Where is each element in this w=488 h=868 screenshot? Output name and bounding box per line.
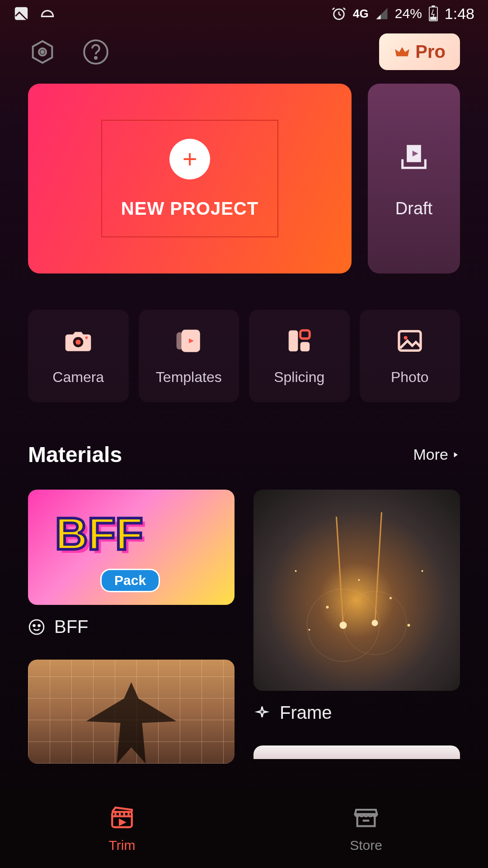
battery-pct-label: 24% bbox=[395, 6, 422, 21]
svg-point-16 bbox=[76, 340, 81, 344]
bff-pack-badge: Pack bbox=[100, 569, 160, 592]
nav-trim-label: Trim bbox=[109, 838, 136, 853]
new-project-frame: + NEW PROJECT bbox=[101, 120, 278, 237]
dome-icon bbox=[39, 5, 56, 22]
store-icon bbox=[353, 804, 379, 830]
camera-icon bbox=[63, 326, 94, 355]
material-thumbnail bbox=[253, 490, 460, 691]
photo-tile[interactable]: Photo bbox=[360, 310, 460, 402]
alarm-icon bbox=[331, 6, 347, 21]
svg-point-39 bbox=[340, 622, 347, 629]
material-item-grid[interactable] bbox=[28, 660, 235, 764]
settings-icon[interactable] bbox=[28, 38, 57, 66]
trim-icon bbox=[109, 804, 135, 830]
svg-point-35 bbox=[408, 624, 410, 627]
splicing-tile[interactable]: Splicing bbox=[249, 310, 350, 402]
help-icon[interactable] bbox=[81, 38, 110, 66]
svg-point-32 bbox=[326, 606, 329, 609]
photo-icon bbox=[395, 326, 424, 355]
material-caption-label: BFF bbox=[54, 617, 89, 637]
picture-icon bbox=[14, 6, 29, 21]
material-thumbnail: BFF Pack bbox=[28, 490, 235, 605]
battery-icon bbox=[428, 5, 438, 22]
svg-point-27 bbox=[38, 624, 40, 626]
more-label: More bbox=[413, 446, 448, 463]
svg-line-3 bbox=[339, 14, 341, 15]
templates-icon bbox=[174, 326, 204, 355]
templates-label: Templates bbox=[156, 369, 222, 386]
more-link[interactable]: More bbox=[413, 446, 460, 463]
material-item-peek[interactable] bbox=[253, 745, 460, 759]
status-bar: 4G 24% 1:48 bbox=[0, 0, 488, 27]
svg-point-26 bbox=[33, 624, 35, 626]
svg-point-37 bbox=[295, 570, 297, 572]
svg-rect-7 bbox=[432, 5, 435, 7]
network-label: 4G bbox=[353, 7, 369, 21]
materials-title: Materials bbox=[28, 442, 122, 467]
svg-point-40 bbox=[372, 620, 378, 626]
material-thumbnail bbox=[28, 660, 235, 764]
material-item-bff[interactable]: BFF Pack BFF bbox=[28, 490, 235, 637]
nav-trim[interactable]: Trim bbox=[0, 789, 244, 868]
splicing-icon bbox=[285, 326, 313, 355]
photo-label: Photo bbox=[391, 369, 429, 386]
nav-store-label: Store bbox=[350, 838, 382, 853]
svg-rect-21 bbox=[300, 330, 310, 339]
signal-icon bbox=[375, 7, 389, 20]
svg-rect-22 bbox=[300, 342, 310, 352]
svg-point-24 bbox=[404, 336, 407, 340]
templates-tile[interactable]: Templates bbox=[139, 310, 239, 402]
new-project-button[interactable]: + NEW PROJECT bbox=[28, 84, 352, 274]
svg-line-28 bbox=[337, 517, 343, 625]
pro-badge[interactable]: Pro bbox=[379, 33, 460, 70]
svg-point-38 bbox=[422, 570, 423, 572]
bottom-nav: Trim Store bbox=[0, 789, 488, 868]
draft-label: Draft bbox=[395, 199, 432, 218]
svg-rect-19 bbox=[178, 334, 181, 349]
crown-icon bbox=[394, 43, 411, 61]
camera-label: Camera bbox=[52, 369, 104, 386]
new-project-label: NEW PROJECT bbox=[121, 198, 258, 219]
nav-store[interactable]: Store bbox=[244, 789, 488, 868]
smiley-icon bbox=[28, 618, 45, 636]
app-header: Pro bbox=[0, 27, 488, 84]
sparkle-icon bbox=[253, 704, 271, 722]
svg-rect-20 bbox=[289, 330, 298, 352]
plus-icon: + bbox=[169, 139, 210, 179]
splicing-label: Splicing bbox=[274, 369, 324, 386]
svg-line-5 bbox=[343, 8, 345, 9]
clock-label: 1:48 bbox=[445, 5, 474, 23]
material-thumbnail bbox=[253, 745, 460, 759]
camera-tile[interactable]: Camera bbox=[28, 310, 129, 402]
bff-art-title: BFF bbox=[55, 508, 143, 560]
svg-point-36 bbox=[358, 579, 360, 581]
svg-point-13 bbox=[95, 57, 97, 58]
material-item-frame[interactable]: Frame bbox=[253, 490, 460, 723]
svg-point-33 bbox=[389, 597, 392, 599]
material-caption-label: Frame bbox=[280, 703, 332, 723]
draft-icon bbox=[397, 139, 431, 174]
svg-point-17 bbox=[85, 336, 88, 339]
draft-button[interactable]: Draft bbox=[368, 84, 460, 274]
svg-point-25 bbox=[29, 620, 44, 634]
svg-point-11 bbox=[41, 51, 43, 53]
svg-line-29 bbox=[375, 512, 382, 625]
svg-line-4 bbox=[333, 8, 334, 9]
chevron-right-icon bbox=[451, 450, 460, 459]
pro-label: Pro bbox=[415, 42, 446, 62]
svg-point-34 bbox=[309, 629, 310, 631]
